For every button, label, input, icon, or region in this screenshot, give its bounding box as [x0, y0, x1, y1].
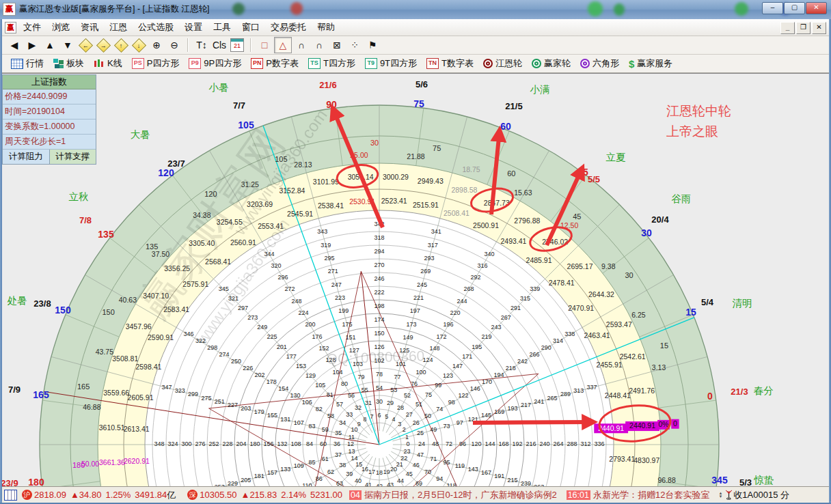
child-restore-button[interactable]: ❐: [796, 22, 810, 34]
svg-text:56: 56: [348, 392, 355, 399]
svg-text:1: 1: [405, 434, 409, 440]
svg-text:295: 295: [324, 255, 334, 262]
menu-item-9[interactable]: 帮助: [312, 19, 340, 36]
winner-service-label: 赢家服务: [637, 57, 672, 70]
pan-right-button[interactable]: →: [95, 38, 111, 53]
svg-text:319: 319: [321, 242, 331, 249]
price-inner-value: 2583.41: [163, 305, 189, 313]
price-outer-value: 2796.88: [514, 216, 540, 225]
forward-button[interactable]: ▶: [24, 38, 40, 53]
menu-item-5[interactable]: 设置: [179, 19, 208, 36]
sh-index: 2818.09: [34, 490, 66, 500]
news-ticker-1[interactable]: 据南方日报，2月5日0-12时，广东新增确诊病例2: [364, 489, 557, 501]
tool-9t-square[interactable]: T99T四方形: [362, 56, 420, 71]
child-close-button[interactable]: ✕: [812, 22, 826, 34]
price-inner-value: 2493.41: [501, 237, 527, 245]
back-button[interactable]: ◀: [6, 38, 23, 53]
annotation-line1: 江恩轮中轮: [666, 101, 731, 122]
tool-quotes[interactable]: 行情: [8, 56, 47, 71]
percent-value: 40.63: [119, 296, 137, 304]
menu-item-3[interactable]: 江恩: [104, 19, 133, 36]
calendar-button[interactable]: 21: [229, 38, 245, 53]
pointer-down-button[interactable]: ▼: [59, 38, 76, 53]
sz-percent: 2.14%: [281, 490, 306, 500]
minimize-button[interactable]: –: [762, 2, 783, 14]
pan-up-button[interactable]: ↑: [113, 38, 129, 53]
boxed-x-tool-button[interactable]: ⊠: [329, 38, 345, 53]
zoom-out-button[interactable]: ⊖: [166, 38, 182, 53]
degrees-label: 135: [98, 229, 114, 240]
pan-down-button[interactable]: ↓: [131, 38, 147, 53]
cls-button[interactable]: Cls: [211, 38, 228, 53]
maximize-button[interactable]: ▢: [784, 2, 805, 14]
rect-tool-button[interactable]: □: [256, 38, 273, 53]
svg-text:119: 119: [455, 462, 465, 469]
quotes-grid-icon[interactable]: [4, 490, 17, 501]
degrees-label: 15: [685, 307, 696, 318]
pointer-up-button[interactable]: ▲: [42, 38, 58, 53]
menu-item-7[interactable]: 窗口: [236, 19, 265, 36]
tool-p-table[interactable]: PNP数字表: [247, 56, 302, 71]
menu-item-1[interactable]: 浏览: [46, 19, 75, 36]
tool-kline[interactable]: K线: [90, 56, 126, 71]
title-bar[interactable]: 赢 赢家江恩专业版[赢家服务平台] - [上证指数 江恩轮] – ▢ ✕: [0, 0, 831, 19]
svg-text:131: 131: [280, 416, 290, 423]
tool-gann-wheel[interactable]: 江恩轮: [480, 56, 526, 71]
news-time-2: 16:01: [567, 490, 590, 500]
dates-label: 21/6: [319, 80, 336, 90]
svg-text:202: 202: [255, 372, 265, 378]
tool-winner-wheel[interactable]: 赢家轮: [528, 56, 574, 71]
menu-item-0[interactable]: 文件: [18, 19, 46, 36]
terms-label: 小满: [530, 84, 550, 95]
calc-support-button[interactable]: 计算支撑: [50, 150, 96, 164]
gann-wheel-label: 江恩轮: [495, 57, 522, 70]
percent-value: 21.88: [407, 152, 424, 160]
svg-text:198: 198: [374, 303, 384, 309]
price-inner-value: 2793.41: [609, 455, 635, 463]
close-button[interactable]: ✕: [806, 2, 827, 14]
svg-text:250: 250: [231, 358, 241, 365]
price-inner-value: 2523.41: [381, 197, 407, 205]
menu-item-6[interactable]: 工具: [208, 19, 236, 36]
tool-winner-service[interactable]: $赢家服务: [625, 56, 676, 71]
tool-t-table[interactable]: TNT数字表: [423, 56, 477, 71]
svg-text:10: 10: [351, 426, 358, 433]
kline-icon: [94, 59, 105, 69]
tool-p-square[interactable]: PSP四方形: [128, 56, 183, 71]
svg-text:48: 48: [432, 440, 439, 447]
svg-text:272: 272: [284, 285, 295, 292]
calc-resistance-button[interactable]: 计算阻力: [3, 150, 50, 164]
news-ticker-2[interactable]: 永新光学：捐赠12台套实验室: [593, 489, 709, 501]
ticker-scroll-buttons[interactable]: ▲▼: [718, 492, 722, 499]
svg-text:219: 219: [481, 333, 491, 340]
menu-item-8[interactable]: 交易委托: [265, 19, 312, 36]
tool-9p-square[interactable]: P99P四方形: [185, 56, 245, 71]
panel-title: 上证指数: [3, 75, 96, 89]
menu-item-2[interactable]: 资讯: [75, 19, 104, 36]
svg-text:205: 205: [241, 477, 251, 484]
svg-text:225: 225: [267, 333, 277, 340]
svg-text:294: 294: [374, 248, 384, 255]
arc-tool-button[interactable]: ∩: [293, 38, 310, 53]
pan-left-button[interactable]: ←: [77, 38, 94, 53]
svg-text:251: 251: [215, 398, 225, 405]
shanghai-market-icon: 沪: [22, 490, 32, 500]
menu-item-4[interactable]: 公式选股: [133, 19, 179, 36]
child-minimize-button[interactable]: _: [780, 22, 795, 34]
tool-t-square[interactable]: TST四方形: [305, 56, 359, 71]
svg-text:76: 76: [411, 380, 418, 387]
zoom-in-button[interactable]: ⊕: [148, 38, 165, 53]
svg-text:343: 343: [317, 228, 327, 235]
tool-hexagon[interactable]: 六角形: [577, 56, 623, 71]
dates-label: 20/4: [651, 214, 669, 225]
tool-blocks[interactable]: 板块: [50, 56, 87, 71]
svg-text:35: 35: [335, 430, 342, 436]
flag-tool-button[interactable]: ⚑: [364, 38, 381, 53]
svg-text:23: 23: [404, 448, 411, 455]
triangle-tool-button[interactable]: △: [274, 37, 292, 53]
center-tool-button[interactable]: ⁘: [346, 38, 363, 53]
price-outer-value: 3101.99: [313, 178, 339, 186]
arc2-tool-button[interactable]: ∩: [311, 38, 327, 53]
dates-label: 21/3: [731, 387, 748, 397]
t-scale-button[interactable]: T↕: [193, 38, 210, 53]
